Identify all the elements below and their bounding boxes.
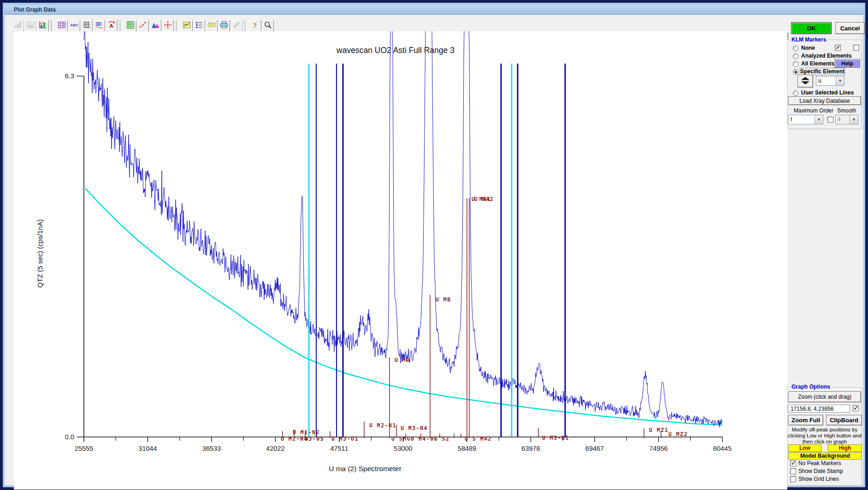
clipboard-button[interactable]: ClipBoard [826, 415, 862, 425]
zoom-full-button[interactable]: Zoom Full [788, 415, 823, 425]
radio-none[interactable] [793, 46, 798, 51]
smooth-checkbox[interactable] [827, 117, 833, 123]
chevron-down-icon: ▼ [850, 115, 858, 124]
toolbar-separator [176, 20, 179, 31]
svg-text:U M3-O1: U M3-O1 [331, 436, 359, 442]
svg-text:31044: 31044 [138, 445, 157, 452]
window-titlebar[interactable]: Plot Graph Data [5, 5, 863, 15]
radio-all-elements[interactable] [793, 61, 798, 67]
window-client-area: ABC3DA? Print OK Cancel wavescan UO2 Ast… [5, 15, 863, 485]
radio-specific-element-label: Specific Element [800, 68, 844, 75]
svg-text:N3-05: N3-05 [305, 436, 324, 442]
model-background-button[interactable]: Model Background [788, 452, 862, 460]
area-plot-button[interactable] [149, 20, 161, 32]
fill-pattern-icon [126, 21, 135, 31]
show-grid-lines-checkbox[interactable] [790, 476, 796, 482]
radio-user-selected-lines[interactable] [793, 90, 798, 96]
radio-analyzed-elements[interactable] [793, 53, 798, 59]
svg-text:U M3-N4: U M3-N4 [401, 425, 428, 431]
toolbar: ABC3DA? [12, 19, 274, 33]
svg-text:69467: 69467 [585, 445, 604, 452]
printer-icon [220, 21, 228, 31]
picture-button[interactable] [24, 20, 36, 32]
svg-text:63978: 63978 [521, 445, 540, 452]
series-list-button[interactable] [193, 20, 205, 32]
crosshair-icon [164, 21, 172, 31]
coordinates-checkbox[interactable] [853, 405, 859, 411]
radio-specific-element[interactable] [793, 69, 798, 75]
svg-text:?: ? [254, 22, 257, 29]
smooth-select[interactable]: 4 ▼ [835, 115, 858, 124]
3d-icon: 3D [95, 21, 103, 31]
toolbar-separator [120, 20, 123, 31]
chart-icon [39, 21, 47, 31]
line-plot-button[interactable] [181, 20, 193, 32]
element-spinner-button[interactable] [797, 75, 813, 88]
klm-checkbox-1[interactable] [835, 45, 841, 51]
scatter-button[interactable] [137, 20, 149, 32]
chart-title: wavescan UO2 Asti Full Range 3 [336, 46, 455, 55]
chart-button[interactable] [37, 20, 49, 32]
zoom-click-drag-button[interactable]: Zoom (click and drag) [788, 391, 861, 402]
zoom-icon [264, 21, 272, 31]
svg-text:25555: 25555 [75, 445, 93, 452]
zoom-button[interactable] [262, 20, 274, 32]
axis-grid-icon [83, 21, 91, 31]
svg-text:74956: 74956 [649, 445, 667, 452]
cursor-coordinates-field[interactable]: 17156.8, 4.23856 [788, 405, 850, 413]
high-button[interactable]: High [828, 444, 862, 452]
axis-grid-button[interactable] [81, 20, 93, 32]
bar-chart-button[interactable] [12, 20, 24, 32]
pencil-icon [232, 21, 241, 31]
fill-pattern-button[interactable] [124, 20, 136, 32]
area-plot-icon [151, 21, 159, 31]
radio-all-elements-label: All Elements [801, 60, 834, 67]
no-peak-markers-checkbox[interactable] [790, 460, 796, 466]
window-title: Plot Graph Data [14, 6, 56, 13]
svg-text:U S M42: U S M42 [465, 436, 492, 442]
help-button[interactable]: ? [249, 20, 261, 32]
printer-button[interactable] [218, 20, 230, 32]
data-table-button[interactable] [56, 20, 68, 32]
chevron-down-icon: ▼ [815, 115, 823, 124]
svg-text:0.0: 0.0 [65, 433, 74, 441]
ok-button[interactable]: OK [791, 22, 832, 34]
updown-arrows-icon [799, 75, 811, 88]
data-table-icon [58, 21, 66, 31]
svg-text:U SMG0 M4-06 S2: U SMG0 M4-06 S2 [391, 436, 449, 442]
svg-text:U M3-N1: U M3-N1 [542, 435, 569, 441]
plot-graph-data-window: Plot Graph Data ABC3DA? Print OK Cancel … [3, 3, 865, 487]
svg-text:53000: 53000 [394, 445, 412, 452]
maximum-order-select[interactable]: I ▼ [788, 115, 823, 124]
svg-text:A: A [110, 23, 113, 29]
element-select[interactable]: u ▼ [816, 76, 844, 86]
svg-text:ABC: ABC [71, 23, 78, 27]
help-button[interactable]: Help [834, 59, 860, 68]
svg-text:80445: 80445 [713, 445, 732, 452]
rotate-text-button[interactable]: A [106, 20, 118, 32]
text-abc-button[interactable]: ABC [68, 20, 80, 32]
bar-chart-icon [14, 21, 22, 31]
maximum-order-label: Maximum Order [794, 107, 833, 114]
pencil-button[interactable] [230, 20, 242, 32]
offpeak-hint-text: Modify off-peak positions by clicking Lo… [787, 427, 862, 445]
help-icon: ? [251, 21, 260, 31]
svg-text:U M2-N4: U M2-N4 [281, 436, 308, 442]
svg-text:36533: 36533 [202, 445, 221, 452]
show-date-stamp-label: Show Date Stamp [798, 468, 843, 474]
radio-analyzed-elements-label: Analyzed Elements [801, 53, 851, 59]
picture-icon [26, 21, 35, 31]
radio-none-label: None [801, 45, 815, 51]
svg-text:6.3: 6.3 [65, 72, 74, 80]
label-tag-button[interactable] [206, 20, 218, 32]
cancel-button[interactable]: Cancel [835, 22, 865, 34]
3d-button[interactable]: 3D [93, 20, 105, 32]
wavescan-chart[interactable]: wavescan UO2 Asti Full Range 32555531044… [14, 31, 787, 490]
low-button[interactable]: Low [788, 444, 821, 452]
show-date-stamp-checkbox[interactable] [790, 468, 796, 474]
load-xray-database-button[interactable]: Load Xray Database [788, 96, 861, 105]
svg-text:U MZ2: U MZ2 [668, 431, 688, 437]
klm-checkbox-2[interactable] [853, 45, 859, 51]
svg-text:U M1-N2: U M1-N2 [293, 429, 320, 436]
crosshair-button[interactable] [162, 20, 174, 32]
